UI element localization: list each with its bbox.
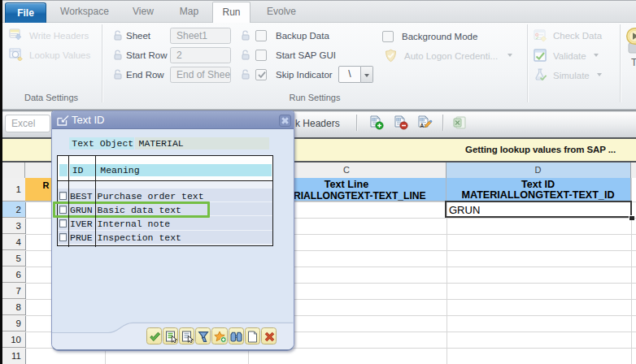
row-checkbox-best[interactable] <box>59 192 68 200</box>
row-checkbox-iver[interactable] <box>59 219 68 228</box>
edit-record-icon[interactable]: A: <box>418 115 433 130</box>
application-window: File Workspace View Map Run Evolve Data … <box>0 0 636 364</box>
dialog-footer <box>52 347 294 349</box>
lookup-values-button[interactable]: Lookup Values <box>29 49 90 62</box>
row-id: IVER <box>70 218 93 230</box>
lock-icon <box>113 69 123 80</box>
fill-handle[interactable] <box>629 215 634 220</box>
tab-workspace[interactable]: Workspace <box>60 1 109 22</box>
status-message: Getting lookup values from SAP ... <box>465 145 616 154</box>
tab-map[interactable]: Map <box>178 1 200 22</box>
skip-indicator-value-box[interactable]: \ <box>338 66 361 83</box>
lock-icon <box>241 50 250 60</box>
text-object-label: Text Object <box>69 137 134 150</box>
background-mode-checkbox[interactable] <box>382 31 394 42</box>
row-header-border <box>25 178 26 364</box>
id-column-header[interactable]: ID <box>70 164 95 176</box>
group-separator <box>527 24 528 102</box>
cell-d1[interactable]: Text ID MATERIALLONGTEXT-TEXT_ID <box>447 178 631 202</box>
check-data-button[interactable]: Check Data <box>553 29 602 42</box>
skip-indicator-label: Skip Indicator <box>276 68 333 81</box>
find-button[interactable] <box>229 327 244 344</box>
filter-button[interactable] <box>195 327 211 344</box>
simulate-button[interactable]: Simulate <box>553 69 590 82</box>
tab-run[interactable]: Run <box>212 2 250 23</box>
row-header-11[interactable]: 11 <box>2 348 25 364</box>
select-all-header-cell[interactable] <box>59 164 68 176</box>
start-sap-gui-checkbox[interactable] <box>255 50 267 61</box>
lock-icon <box>241 69 250 80</box>
group-label-run-settings: Run Settings <box>102 92 527 103</box>
meaning-column-header[interactable]: Meaning <box>96 164 272 176</box>
excel-icon[interactable] <box>453 116 466 129</box>
lock-icon <box>113 50 123 60</box>
delete-record-icon[interactable] <box>394 115 408 130</box>
row-id: BEST <box>70 190 93 202</box>
dialog-close-button[interactable] <box>279 115 291 127</box>
mark-headers-label[interactable]: k Headers <box>295 118 340 129</box>
copy-list-button[interactable] <box>163 327 178 344</box>
start-sap-gui-label: Start SAP GUI <box>276 49 336 62</box>
cancel-button[interactable] <box>261 327 277 344</box>
auto-logon-shield-icon <box>384 49 398 63</box>
group-label-data-settings: Data Settings <box>0 92 102 103</box>
column-header-e[interactable] <box>631 162 636 178</box>
tab-file[interactable]: File <box>5 2 46 23</box>
row-checkbox-prue[interactable] <box>59 233 68 241</box>
highlight-box <box>53 202 211 218</box>
tab-evolve[interactable]: Evolve <box>265 1 298 22</box>
ok-button[interactable] <box>146 327 162 344</box>
text-object-value: MATERIAL <box>135 137 269 150</box>
select-all-corner[interactable] <box>2 162 25 178</box>
new-page-button[interactable] <box>245 327 260 344</box>
column-header-d[interactable]: D <box>447 162 631 178</box>
toolbar-separator <box>442 115 443 131</box>
group-separator <box>620 24 621 102</box>
add-record-icon[interactable] <box>370 115 384 130</box>
row-header-1[interactable]: 1 <box>2 178 25 202</box>
end-row-input[interactable]: End of Sheet <box>170 67 231 83</box>
validate-button[interactable]: Validate <box>553 50 586 63</box>
text-id-dialog: Text ID Text Object MATERIAL ID Meaning <box>51 110 294 351</box>
lock-icon <box>241 30 250 41</box>
dialog-body: Text Object MATERIAL ID Meaning BEST <box>52 129 294 349</box>
table-border <box>68 156 69 247</box>
skip-indicator-checkbox[interactable] <box>255 69 267 80</box>
row-meaning: Inspection text <box>98 232 182 244</box>
copy-list-alt-button[interactable] <box>179 327 194 344</box>
validate-icon <box>534 49 547 63</box>
write-headers-button[interactable]: Write Headers <box>29 29 89 42</box>
excel-dropdown[interactable]: Excel <box>5 115 50 132</box>
lock-icon <box>113 30 123 41</box>
row-header-10[interactable]: 10 <box>2 332 25 348</box>
selection-border <box>445 201 632 218</box>
end-row-label: End Row <box>126 68 164 81</box>
add-favorite-button[interactable] <box>211 327 227 344</box>
row-id: PRUE <box>70 232 93 244</box>
row-header-8[interactable]: 8 <box>2 299 25 315</box>
auto-logon-dropdown-icon[interactable] <box>507 54 512 57</box>
row-header-6[interactable]: 6 <box>2 266 25 283</box>
row-header-5[interactable]: 5 <box>2 250 25 266</box>
row-meaning: Purchase order text <box>98 190 204 202</box>
sheet-input[interactable]: Sheet1 <box>170 28 231 44</box>
group-separator <box>102 24 102 102</box>
simulate-dropdown-icon[interactable] <box>597 73 602 76</box>
backup-data-checkbox[interactable] <box>255 30 267 41</box>
cell-c1-line2: RIALLONGTEXT-TEXT_LINE <box>294 191 426 202</box>
row-header-2[interactable]: 2 <box>2 202 25 218</box>
sheet-label: Sheet <box>126 29 150 42</box>
run-button[interactable]: T <box>623 26 636 75</box>
row-header-9[interactable]: 9 <box>2 315 25 332</box>
tab-view[interactable]: View <box>133 1 153 22</box>
check-data-icon <box>534 29 547 42</box>
background-mode-label: Background Mode <box>402 30 477 43</box>
row-header-3[interactable]: 3 <box>2 218 25 234</box>
skip-indicator-dropdown-button[interactable] <box>361 66 373 83</box>
validate-dropdown-icon[interactable] <box>594 54 599 57</box>
start-row-input[interactable]: 2 <box>170 47 231 63</box>
row-header-4[interactable]: 4 <box>2 234 25 250</box>
auto-logon-button[interactable]: Auto Logon Credenti... <box>404 50 498 63</box>
row-header-7[interactable]: 7 <box>2 283 25 299</box>
table-border <box>95 156 96 247</box>
